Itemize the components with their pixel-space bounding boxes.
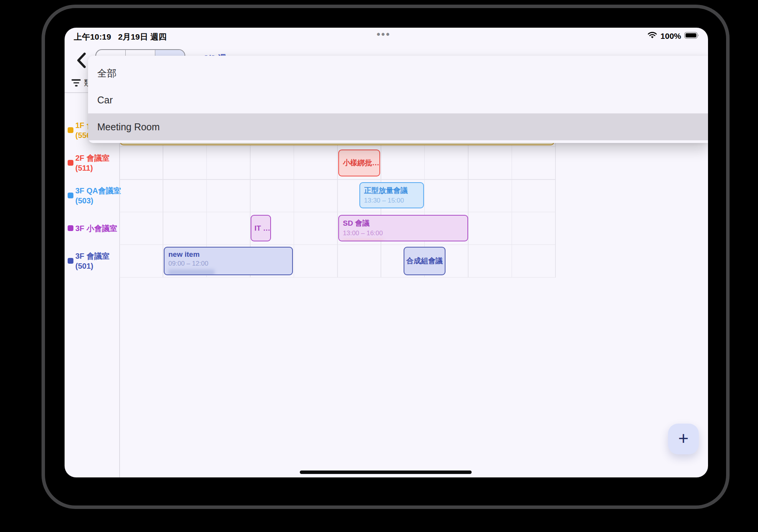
room-color-bullet: [68, 193, 73, 198]
event-time: 13:00 – 16:00: [343, 229, 464, 237]
event-title: SD 會議: [343, 218, 464, 228]
plus-icon: +: [678, 429, 689, 447]
room-name: 3F QA會議室: [75, 186, 121, 195]
event-title: 小樣綁批…: [343, 158, 376, 168]
room-name: 2F 會議室: [75, 154, 110, 162]
room-number: (501): [75, 262, 93, 270]
room-item-3f-small[interactable]: 3F 小會議室: [65, 212, 119, 244]
event-sd[interactable]: SD 會議 13:00 – 16:00: [338, 215, 468, 241]
event-blue[interactable]: 正型放量會議 13:30 – 15:00: [359, 182, 424, 208]
room-number: (511): [75, 164, 93, 172]
event-new-item[interactable]: new item 09:00 – 12:00: [164, 247, 293, 275]
room-item-2f[interactable]: 2F 會議室 (511): [65, 146, 119, 179]
event-title: new item: [168, 250, 288, 259]
redacted-text: [343, 239, 383, 241]
filter-funnel-icon: [71, 78, 81, 88]
status-date: 2月19日 週四: [118, 32, 166, 41]
event-red[interactable]: 小樣綁批…: [338, 150, 380, 176]
status-bar: 上午10:192月19日 週四 ••• 100%: [65, 28, 708, 45]
menu-item-all[interactable]: 全部: [88, 60, 708, 86]
event-time: 13:30 – 15:00: [364, 197, 419, 204]
room-color-bullet: [68, 127, 73, 133]
multitask-dots-icon[interactable]: •••: [377, 28, 391, 40]
battery-percent: 100%: [660, 32, 681, 41]
ipad-screenshot: 上午10:192月19日 週四 ••• 100%: [0, 0, 758, 532]
category-dropdown-menu: 全部 Car Meeting Room: [88, 56, 708, 143]
event-title: 正型放量會議: [364, 186, 419, 196]
add-event-button[interactable]: +: [668, 424, 699, 454]
room-name: 3F 會議室: [75, 252, 110, 260]
battery-full-icon: [684, 32, 700, 41]
room-color-bullet: [68, 160, 73, 166]
ipad-frame: 上午10:192月19日 週四 ••• 100%: [42, 5, 730, 509]
event-title: 合成組會議: [406, 256, 443, 266]
wifi-icon: [647, 32, 657, 41]
redacted-text: [168, 269, 214, 275]
event-time: 09:00 – 12:00: [168, 260, 288, 268]
home-indicator[interactable]: [300, 470, 472, 474]
event-it[interactable]: IT …: [251, 215, 271, 241]
event-title: IT …: [254, 224, 267, 233]
room-number: (503): [75, 196, 93, 205]
room-name: 3F 小會議室: [75, 224, 117, 233]
room-item-3f-qa[interactable]: 3F QA會議室 (503): [65, 179, 119, 212]
status-time: 上午10:19: [74, 32, 111, 41]
menu-item-car[interactable]: Car: [88, 86, 708, 113]
screen: 上午10:192月19日 週四 ••• 100%: [65, 28, 708, 477]
event-synth[interactable]: 合成組會議: [404, 247, 445, 275]
status-time-date: 上午10:192月19日 週四: [74, 32, 167, 42]
menu-item-meeting-room[interactable]: Meeting Room: [88, 113, 708, 140]
room-color-bullet: [68, 258, 73, 264]
room-color-bullet: [68, 225, 73, 231]
room-item-3f-501[interactable]: 3F 會議室 (501): [65, 244, 119, 277]
back-button[interactable]: [75, 52, 89, 69]
